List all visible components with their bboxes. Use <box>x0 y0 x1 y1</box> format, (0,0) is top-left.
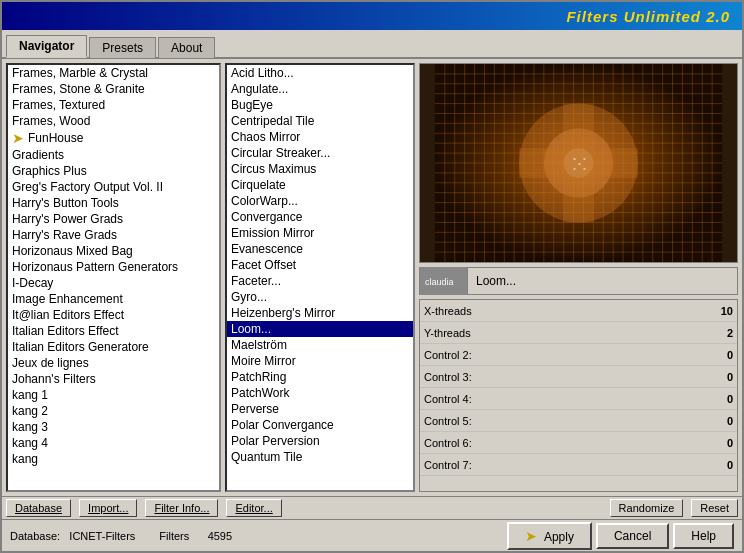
middle-panel-item[interactable]: Maelström <box>227 337 413 353</box>
tab-navigator[interactable]: Navigator <box>6 35 87 58</box>
middle-panel-item[interactable]: Polar Perversion <box>227 433 413 449</box>
left-panel-item[interactable]: Harry's Power Grads <box>8 211 219 227</box>
left-panel-item-label: Jeux de lignes <box>12 356 89 370</box>
left-panel-item-label: Frames, Wood <box>12 114 90 128</box>
left-panel-item[interactable]: Horizonaus Mixed Bag <box>8 243 219 259</box>
main-window: Filters Unlimited 2.0 Navigator Presets … <box>0 0 744 553</box>
right-panel: claudia Loom... X-threads10Y-threads2Con… <box>419 63 738 492</box>
left-panel-item[interactable]: Frames, Textured <box>8 97 219 113</box>
left-panel-item[interactable]: kang <box>8 451 219 467</box>
left-panel-item[interactable]: Horizonaus Pattern Generators <box>8 259 219 275</box>
middle-panel-item[interactable]: Angulate... <box>227 81 413 97</box>
param-value[interactable]: 2 <box>703 327 733 339</box>
left-panel-item-label: Greg's Factory Output Vol. II <box>12 180 163 194</box>
middle-panel-item[interactable]: Circus Maximus <box>227 161 413 177</box>
left-panel-item-label: Frames, Textured <box>12 98 105 112</box>
middle-panel-item[interactable]: Quantum Tile <box>227 449 413 465</box>
middle-panel-item[interactable]: Loom... <box>227 321 413 337</box>
left-panel-item-label: kang 4 <box>12 436 48 450</box>
middle-panel-item[interactable]: Evanescence <box>227 241 413 257</box>
left-panel-item[interactable]: Graphics Plus <box>8 163 219 179</box>
left-panel-item[interactable]: kang 2 <box>8 403 219 419</box>
left-panel-item[interactable]: Image Enhancement <box>8 291 219 307</box>
left-panel-item-label: FunHouse <box>28 131 83 145</box>
middle-panel-item[interactable]: Acid Litho... <box>227 65 413 81</box>
left-panel-item[interactable]: Gradients <box>8 147 219 163</box>
middle-panel-item[interactable]: PatchRing <box>227 369 413 385</box>
middle-panel[interactable]: Acid Litho...Angulate...BugEyeCentripeda… <box>225 63 415 492</box>
filter-name-bar: claudia Loom... <box>419 267 738 295</box>
left-panel-item[interactable]: kang 4 <box>8 435 219 451</box>
help-button[interactable]: Help <box>673 523 734 549</box>
middle-panel-item[interactable]: Facet Offset <box>227 257 413 273</box>
reset-button[interactable]: Reset <box>691 499 738 517</box>
middle-panel-item[interactable]: Cirquelate <box>227 177 413 193</box>
left-panel-item[interactable]: Frames, Stone & Granite <box>8 81 219 97</box>
database-label: Database: ICNET-Filters <box>10 530 135 542</box>
middle-panel-item[interactable]: Chaos Mirror <box>227 129 413 145</box>
left-panel-item[interactable]: kang 1 <box>8 387 219 403</box>
middle-panel-item[interactable]: Moire Mirror <box>227 353 413 369</box>
left-panel-item[interactable]: Johann's Filters <box>8 371 219 387</box>
param-value[interactable]: 0 <box>703 437 733 449</box>
left-panel-item[interactable]: It@lian Editors Effect <box>8 307 219 323</box>
left-panel-item[interactable]: Frames, Wood <box>8 113 219 129</box>
editor-button[interactable]: Editor... <box>226 499 281 517</box>
param-name: X-threads <box>424 305 703 317</box>
middle-panel-item[interactable]: Circular Streaker... <box>227 145 413 161</box>
preview-image <box>419 63 738 263</box>
middle-panel-item[interactable]: PatchWork <box>227 385 413 401</box>
param-value[interactable]: 0 <box>703 459 733 471</box>
middle-panel-item[interactable]: Perverse <box>227 401 413 417</box>
apply-button[interactable]: ➤ Apply <box>507 522 592 550</box>
left-panel-item[interactable]: Italian Editors Effect <box>8 323 219 339</box>
left-panel-item[interactable]: Italian Editors Generatore <box>8 339 219 355</box>
import-button[interactable]: Import... <box>79 499 137 517</box>
param-value[interactable]: 0 <box>703 415 733 427</box>
param-name: Control 2: <box>424 349 703 361</box>
middle-panel-item[interactable]: Emission Mirror <box>227 225 413 241</box>
tab-about[interactable]: About <box>158 37 215 58</box>
status-bar: Database: ICNET-Filters Filters 4595 ➤ A… <box>2 519 742 551</box>
middle-panel-item[interactable]: Convergance <box>227 209 413 225</box>
randomize-button[interactable]: Randomize <box>610 499 684 517</box>
middle-panel-item[interactable]: Gyro... <box>227 289 413 305</box>
filter-info-button[interactable]: Filter Info... <box>145 499 218 517</box>
param-value[interactable]: 0 <box>703 349 733 361</box>
left-panel-item-label: Image Enhancement <box>12 292 123 306</box>
left-panel-item[interactable]: I-Decay <box>8 275 219 291</box>
param-value[interactable]: 0 <box>703 393 733 405</box>
database-button[interactable]: Database <box>6 499 71 517</box>
middle-panel-item[interactable]: BugEye <box>227 97 413 113</box>
tab-presets[interactable]: Presets <box>89 37 156 58</box>
left-panel-item-label: It@lian Editors Effect <box>12 308 124 322</box>
left-panel-item[interactable]: Harry's Button Tools <box>8 195 219 211</box>
left-panel-item[interactable]: Harry's Rave Grads <box>8 227 219 243</box>
middle-panel-item[interactable]: Centripedal Tile <box>227 113 413 129</box>
middle-panel-item[interactable]: ColorWarp... <box>227 193 413 209</box>
svg-rect-57 <box>574 168 576 170</box>
left-panel-item[interactable]: Frames, Marble & Crystal <box>8 65 219 81</box>
param-row: Control 6:0 <box>420 432 737 454</box>
middle-panel-item[interactable]: Faceter... <box>227 273 413 289</box>
content-area: Frames, Marble & CrystalFrames, Stone & … <box>2 59 742 496</box>
left-panel-item[interactable]: Jeux de lignes <box>8 355 219 371</box>
cancel-button[interactable]: Cancel <box>596 523 669 549</box>
param-row: Control 7:0 <box>420 454 737 476</box>
tab-bar: Navigator Presets About <box>2 30 742 59</box>
param-row: Control 2:0 <box>420 344 737 366</box>
param-row: Y-threads2 <box>420 322 737 344</box>
left-panel-item[interactable]: Greg's Factory Output Vol. II <box>8 179 219 195</box>
middle-panel-item[interactable]: Polar Convergance <box>227 417 413 433</box>
left-panel-item-label: Horizonaus Mixed Bag <box>12 244 133 258</box>
param-value[interactable]: 10 <box>703 305 733 317</box>
middle-panel-item[interactable]: Heizenberg's Mirror <box>227 305 413 321</box>
left-panel-item[interactable]: kang 3 <box>8 419 219 435</box>
title-bar-text: Filters Unlimited 2.0 <box>566 8 730 25</box>
bottom-toolbar: Database Import... Filter Info... Editor… <box>2 496 742 519</box>
left-panel-item-label: Italian Editors Generatore <box>12 340 149 354</box>
left-panel[interactable]: Frames, Marble & CrystalFrames, Stone & … <box>6 63 221 492</box>
left-panel-item[interactable]: ➤FunHouse <box>8 129 219 147</box>
param-value[interactable]: 0 <box>703 371 733 383</box>
param-name: Control 5: <box>424 415 703 427</box>
